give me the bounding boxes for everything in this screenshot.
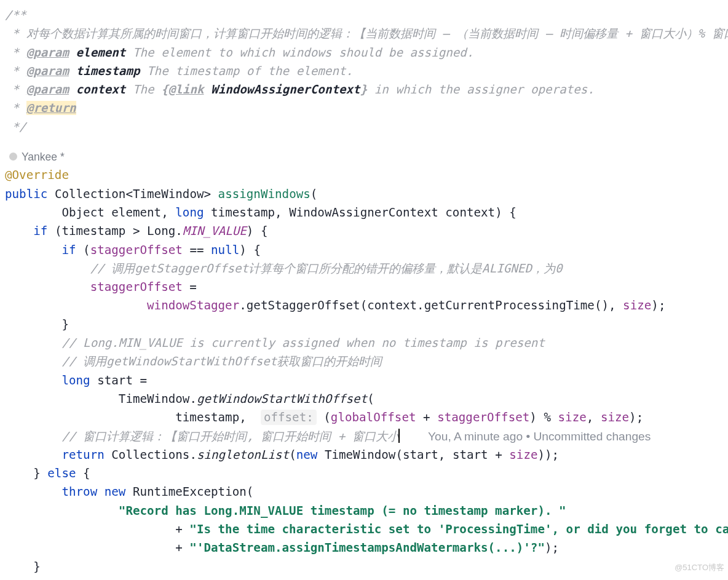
param-name: timestamp — [211, 205, 275, 220]
keyword-null: null — [211, 243, 239, 257]
doc-param-text: The — [133, 82, 161, 97]
param-type: WindowAssignerContext — [289, 205, 438, 220]
keyword-throw: throw — [61, 485, 97, 499]
method-name: assignWindows — [218, 187, 311, 201]
keyword-new: new — [296, 448, 318, 462]
op: == — [189, 243, 204, 257]
doc-param-tag: @param — [26, 82, 69, 97]
string-literal: "'DataStream.assignTimestampsAndWatermar… — [189, 541, 545, 555]
comment: // 调用getStaggerOffset计算每个窗口所分配的错开的偏移量，默认… — [90, 261, 563, 276]
var: timestamp — [61, 224, 125, 238]
field: staggerOffset — [90, 243, 183, 257]
param-name: context — [445, 205, 495, 220]
var: start — [453, 448, 488, 462]
doc-open: /** — [5, 8, 26, 22]
field: size — [509, 448, 537, 462]
user-icon — [9, 153, 17, 161]
var: start — [97, 373, 133, 387]
field: staggerOffset — [437, 410, 529, 424]
type-param: TimeWindow — [133, 187, 204, 201]
comment: // Long.MIN_VALUE is currently assigned … — [61, 336, 545, 350]
field: size — [623, 298, 651, 312]
annotation: @Override — [5, 168, 69, 182]
static-method: getWindowStartWithOffset — [197, 392, 367, 406]
return-type: Collection — [55, 187, 126, 201]
method-call: getStaggerOffset — [247, 298, 360, 312]
keyword-long: long — [175, 205, 204, 220]
param-type: Object — [61, 205, 104, 220]
keyword-if: if — [33, 224, 47, 238]
doc-param-text: The timestamp of the element. — [147, 64, 353, 78]
doc-link-brace: { — [161, 82, 168, 97]
type: TimeWindow — [325, 448, 396, 462]
field: size — [558, 410, 587, 424]
doc-link-target: WindowAssignerContext — [211, 82, 360, 97]
author-name: Yankee * — [22, 148, 65, 166]
static-method: singletonList — [197, 448, 289, 462]
field: windowStagger — [147, 298, 239, 312]
comment: // 调用getWindowStartWithOffset获取窗口的开始时间 — [61, 354, 382, 368]
field: size — [601, 410, 629, 424]
keyword-new: new — [105, 485, 126, 499]
string-literal: "Record has Long.MIN_VALUE timestamp (= … — [119, 504, 566, 518]
code-block: /** * 对每个数据计算其所属的时间窗口，计算窗口开始时间的逻辑：【当前数据时… — [0, 0, 728, 580]
author-annotation: Yankee * — [0, 148, 728, 166]
doc-param-name: context — [76, 82, 126, 97]
keyword-if: if — [61, 243, 76, 257]
doc-close: */ — [5, 120, 26, 134]
param-name: element — [111, 205, 161, 220]
type: RuntimeException — [133, 485, 247, 499]
var: start — [403, 448, 438, 462]
method-call: getCurrentProcessingTime — [424, 298, 595, 312]
git-code-lens[interactable]: You, A minute ago • Uncommitted changes — [428, 430, 651, 443]
doc-param-text: in which the assigner operates. — [367, 82, 595, 97]
var: context — [367, 298, 417, 312]
doc-param-name: timestamp — [76, 64, 140, 78]
inlay-hint: offset: — [261, 410, 317, 425]
doc-link-tag: @link — [168, 82, 204, 97]
comment-editing[interactable]: // 窗口计算逻辑：【窗口开始时间, 窗口开始时间 + 窗口大小 — [61, 429, 398, 443]
type: Collections — [111, 448, 189, 462]
keyword-public: public — [5, 187, 47, 201]
type: TimeWindow — [119, 392, 190, 406]
field: staggerOffset — [90, 280, 183, 294]
doc-param-name: element — [76, 46, 126, 60]
field: globalOffset — [331, 410, 416, 424]
doc-param-tag: @param — [26, 64, 69, 78]
doc-param-tag: @param — [26, 46, 69, 60]
op: > — [133, 224, 140, 238]
keyword-else: else — [47, 466, 76, 480]
string-literal: "Is the time characteristic set to 'Proc… — [189, 522, 728, 536]
keyword-long: long — [61, 373, 90, 387]
text-caret — [398, 429, 400, 443]
const: MIN_VALUE — [183, 224, 247, 238]
keyword-return: return — [61, 448, 104, 462]
var: timestamp — [175, 410, 239, 424]
doc-link-brace: } — [360, 82, 368, 97]
type: Long — [147, 224, 175, 238]
doc-desc: * 对每个数据计算其所属的时间窗口，计算窗口开始时间的逻辑：【当前数据时间 – … — [5, 26, 728, 41]
doc-param-text: The element to which windows should be a… — [133, 46, 474, 60]
doc-return-tag: @return — [26, 101, 76, 115]
